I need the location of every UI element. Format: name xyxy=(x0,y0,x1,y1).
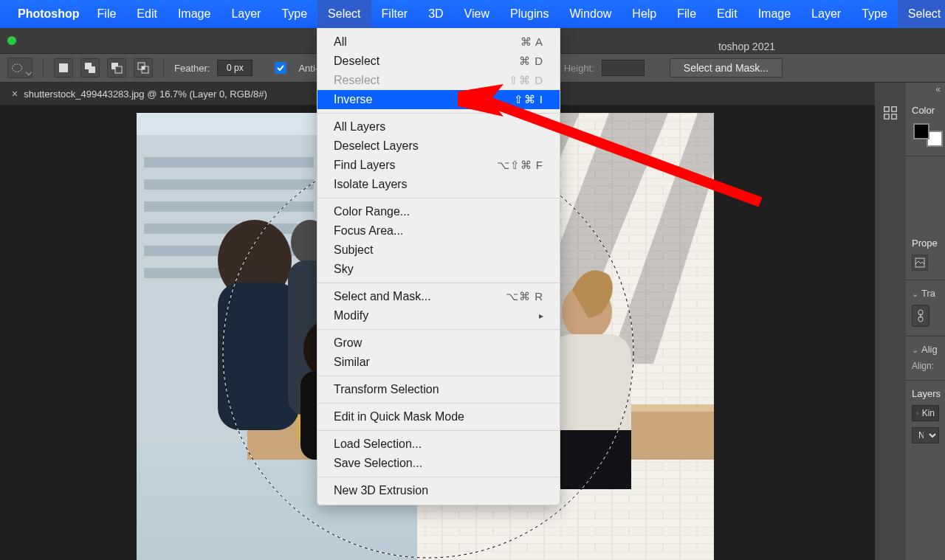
menuitem-shortcut: ⌥⇧⌘ F xyxy=(497,157,543,173)
menu-file[interactable]: File xyxy=(667,0,707,28)
feather-label: Feather: xyxy=(174,63,210,74)
menu-file[interactable]: File xyxy=(87,0,127,28)
color-panel[interactable]: Color xyxy=(906,97,945,156)
menuitem-label: Subject xyxy=(334,242,373,258)
menuitem-deselect[interactable]: Deselect⌘ D xyxy=(317,52,560,71)
collapsed-panel-column xyxy=(875,83,906,560)
align-sub-label: Align: xyxy=(912,361,939,371)
menu-layer[interactable]: Layer xyxy=(221,0,271,28)
collapse-panels-icon[interactable]: « xyxy=(906,83,945,97)
menuitem-load-selection[interactable]: Load Selection... xyxy=(317,435,560,454)
antialias-label: Anti- xyxy=(298,63,318,74)
document-tab[interactable]: × shutterstock_499443283.jpg @ 16.7% (La… xyxy=(4,83,275,105)
close-tab-icon[interactable]: × xyxy=(12,88,18,100)
app-name: Photoshop xyxy=(10,0,87,28)
align-label: Alig xyxy=(921,344,938,355)
menuitem-transform-selection[interactable]: Transform Selection xyxy=(317,380,560,399)
menuitem-label: Transform Selection xyxy=(334,381,439,398)
menu-select[interactable]: Select xyxy=(898,0,945,28)
height-label: Height: xyxy=(564,63,594,74)
svg-rect-43 xyxy=(218,283,299,430)
properties-panel-label: Prope xyxy=(912,238,939,249)
selection-mode-subtract[interactable] xyxy=(107,58,126,77)
panel-group-icon[interactable] xyxy=(882,105,898,124)
menuitem-label: Isolate Layers xyxy=(334,176,408,193)
menuitem-label: Modify xyxy=(334,308,368,324)
menuitem-similar[interactable]: Similar xyxy=(317,353,560,372)
menuitem-deselect-layers[interactable]: Deselect Layers xyxy=(317,136,560,156)
align-section[interactable]: ⌄Alig Align: xyxy=(906,336,945,381)
menuitem-label: Find Layers xyxy=(334,157,396,173)
menuitem-select-and-mask[interactable]: Select and Mask...⌥⌘ R xyxy=(317,287,560,306)
svg-point-8 xyxy=(13,64,22,72)
menuitem-label: Reselect xyxy=(334,72,379,89)
menuitem-isolate-layers[interactable]: Isolate Layers xyxy=(317,175,560,194)
menu-plugins[interactable]: Plugins xyxy=(500,0,559,28)
select-and-mask-button[interactable]: Select and Mask... xyxy=(670,58,783,77)
menuitem-new-3d-extrusion[interactable]: New 3D Extrusion xyxy=(317,481,560,500)
menuitem-label: Deselect xyxy=(334,53,379,69)
menuitem-subject[interactable]: Subject xyxy=(317,241,560,260)
antialias-checkbox[interactable] xyxy=(275,62,286,74)
tool-preset-well[interactable] xyxy=(7,58,32,78)
document-tab-label: shutterstock_499443283.jpg @ 16.7% (Laye… xyxy=(24,89,267,100)
menuitem-label: New 3D Extrusion xyxy=(334,483,428,499)
menuitem-save-selection[interactable]: Save Selection... xyxy=(317,454,560,473)
svg-point-61 xyxy=(916,412,918,414)
layers-panel[interactable]: Layers Kin Norma xyxy=(906,381,945,452)
selection-mode-intersect[interactable] xyxy=(134,58,153,77)
selection-mode-new[interactable] xyxy=(54,58,73,77)
menuitem-label: Load Selection... xyxy=(334,436,422,452)
menu-filter[interactable]: Filter xyxy=(371,0,419,28)
menu-layer[interactable]: Layer xyxy=(801,0,851,28)
menuitem-edit-in-quick-mask-mode[interactable]: Edit in Quick Mask Mode xyxy=(317,407,560,426)
traffic-light-green[interactable] xyxy=(7,36,16,45)
menu-view[interactable]: View xyxy=(454,0,500,28)
svg-rect-13 xyxy=(115,66,122,73)
menuitem-grow[interactable]: Grow xyxy=(317,333,560,353)
layer-filter-kind[interactable]: Kin xyxy=(912,405,939,421)
title-suffix: toshop 2021 xyxy=(718,41,775,52)
menu-type[interactable]: Type xyxy=(851,0,898,28)
menuitem-all-layers[interactable]: All Layers xyxy=(317,117,560,136)
feather-input[interactable] xyxy=(217,60,252,76)
svg-rect-53 xyxy=(884,107,889,111)
menu-image[interactable]: Image xyxy=(748,0,801,28)
menuitem-shortcut: ⌥⌘ R xyxy=(506,288,543,305)
menu-image[interactable]: Image xyxy=(168,0,221,28)
svg-rect-54 xyxy=(892,107,896,111)
menuitem-label: Sky xyxy=(334,261,354,277)
select-menu-dropdown: All⌘ ADeselect⌘ DReselect⇧⌘ DInverse⇧⌘ I… xyxy=(317,28,560,505)
mac-menubar: Photoshop FileEditImageLayerTypeSelectFi… xyxy=(0,0,945,28)
menuitem-shortcut: ⌘ A xyxy=(520,34,543,50)
menuitem-shortcut: ⇧⌘ I xyxy=(514,91,543,108)
svg-rect-50 xyxy=(550,430,631,489)
foreground-background-swatch[interactable] xyxy=(913,123,943,147)
menuitem-modify[interactable]: Modify▸ xyxy=(317,306,560,325)
properties-panel[interactable]: Prope xyxy=(906,230,945,280)
height-input[interactable] xyxy=(602,60,645,76)
menu-edit[interactable]: Edit xyxy=(707,0,748,28)
svg-rect-25 xyxy=(144,201,314,212)
menu-type[interactable]: Type xyxy=(271,0,317,28)
menu-edit[interactable]: Edit xyxy=(126,0,168,28)
menuitem-find-layers[interactable]: Find Layers⌥⇧⌘ F xyxy=(317,156,560,175)
menuitem-sky[interactable]: Sky xyxy=(317,260,560,279)
menuitem-shortcut: ⇧⌘ D xyxy=(509,72,543,89)
menuitem-inverse[interactable]: Inverse⇧⌘ I xyxy=(317,90,560,109)
svg-rect-24 xyxy=(144,179,314,190)
blend-mode-select[interactable]: Norma xyxy=(912,427,939,443)
menuitem-focus-area[interactable]: Focus Area... xyxy=(317,221,560,241)
link-dimensions-icon[interactable] xyxy=(912,305,929,327)
menuitem-all[interactable]: All⌘ A xyxy=(317,32,560,52)
menu-3d[interactable]: 3D xyxy=(418,0,453,28)
svg-rect-16 xyxy=(142,66,145,69)
menu-help[interactable]: Help xyxy=(622,0,667,28)
menuitem-color-range[interactable]: Color Range... xyxy=(317,202,560,221)
menu-window[interactable]: Window xyxy=(559,0,622,28)
transform-section[interactable]: ⌄Tra xyxy=(906,280,945,336)
menuitem-shortcut: ⌘ D xyxy=(519,53,543,69)
color-panel-label: Color xyxy=(912,105,939,116)
menu-select[interactable]: Select xyxy=(317,0,371,28)
selection-mode-add[interactable] xyxy=(80,58,100,77)
